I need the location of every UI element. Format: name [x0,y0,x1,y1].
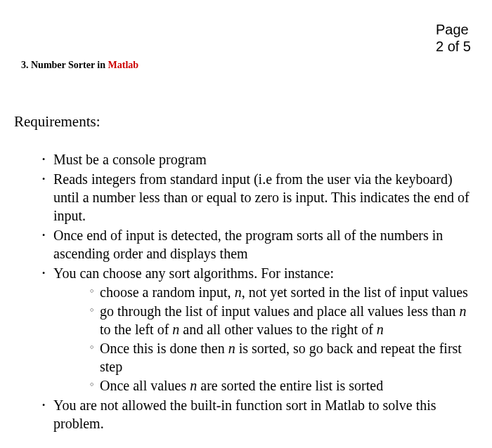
variable-n: n [228,341,235,356]
variable-n: n [377,322,384,337]
requirements-list: Must be a console program Reads integers… [14,150,478,433]
heading-prefix: 3. Number Sorter in [21,60,108,70]
sub-list: choose a random input, n, not yet sorted… [53,283,478,395]
page-label-line2: 2 of 5 [436,38,471,55]
sub-text: go through the list of input values and … [100,303,460,319]
sub-text: , not yet sorted in the list of input va… [242,284,468,300]
sub-list-item: choose a random input, n, not yet sorted… [90,283,478,301]
sub-list-item: Once all values n are sorted the entire … [90,376,478,395]
sub-text: to the left of [100,322,172,337]
variable-n: n [172,322,179,337]
sub-text: Once all values [100,378,190,393]
sub-text: Once this is done then [100,341,228,356]
variable-n: n [460,303,467,319]
section-heading: 3. Number Sorter in Matlab [14,60,478,71]
bullet-text: Once end of input is detected, the progr… [53,228,443,261]
sub-list-item: go through the list of input values and … [90,302,478,338]
heading-highlight: Matlab [108,60,139,70]
bullet-text: You can choose any sort algorithms. For … [53,265,334,281]
bullet-text: Reads integers from standard input (i.e … [53,171,470,223]
sub-text: are sorted the entire list is sorted [197,378,383,393]
list-item: Must be a console program [42,150,478,169]
page-label-line1: Page [436,21,471,38]
requirements-label: Requirements: [14,113,478,131]
bullet-text: You are not allowed the built-in functio… [53,397,436,431]
sub-list-item: Once this is done then n is sorted, so g… [90,339,478,376]
list-item: Once end of input is detected, the progr… [42,226,478,263]
sub-text: choose a random input, [100,284,235,300]
variable-n: n [235,284,242,300]
list-item: Reads integers from standard input (i.e … [42,170,478,225]
list-item: You can choose any sort algorithms. For … [42,264,478,395]
bullet-text: Must be a console program [53,152,207,167]
variable-n: n [190,378,197,393]
page-indicator: Page 2 of 5 [436,21,471,55]
sub-text: and all other values to the right of [179,322,376,337]
list-item: You are not allowed the built-in functio… [42,396,478,433]
